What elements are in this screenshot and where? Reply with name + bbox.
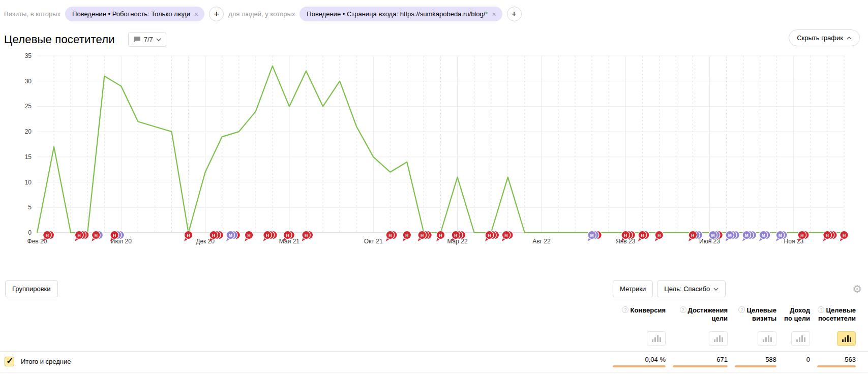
svg-text:М: М [728, 233, 732, 238]
bar-chart-icon[interactable] [791, 331, 810, 346]
filter-chip-entry-page[interactable]: Поведение • Страница входа: https://sumk… [300, 7, 502, 21]
comment-marker[interactable]: Н [263, 231, 277, 241]
svg-text:Н: Н [800, 233, 803, 238]
help-icon[interactable]: ? [680, 306, 686, 313]
value-bar [735, 365, 776, 367]
svg-text:М: М [711, 233, 715, 238]
svg-text:Н: Н [504, 233, 507, 238]
column-header[interactable]: ?Достижения цели [673, 301, 735, 323]
comment-marker[interactable]: Н [502, 231, 513, 241]
comment-marker[interactable]: Н [386, 231, 397, 241]
x-axis-label: Окт 21 [364, 238, 383, 245]
wildcard-highlight: * [485, 10, 488, 18]
comment-marker[interactable]: Н [209, 231, 224, 241]
page-title: Целевые посетители [4, 33, 115, 46]
metrics-button[interactable]: Метрики [613, 280, 653, 297]
comment-marker[interactable]: Н [436, 231, 445, 241]
totals-value: 0 [784, 352, 817, 372]
comment-marker[interactable]: М [742, 231, 757, 241]
goal-dropdown-label: Цель: Спасибо [664, 285, 710, 293]
add-filter-button[interactable]: + [209, 7, 224, 21]
svg-text:30: 30 [25, 78, 32, 85]
comment-marker[interactable]: Н [92, 231, 103, 241]
column-icon-cell [673, 323, 735, 351]
svg-text:М: М [590, 233, 594, 238]
column-header[interactable]: ?Целевые посетители [817, 301, 863, 323]
comment-marker[interactable]: Н [184, 231, 193, 241]
column-icon-cell [613, 323, 673, 351]
column-header[interactable]: ?Конверсия [613, 301, 673, 323]
svg-text:Н: Н [826, 233, 829, 238]
comments-dropdown[interactable]: 7/7 [128, 32, 166, 47]
chevron-down-icon [156, 38, 161, 41]
visitors-chart[interactable]: 05101520253035Фев 20Июл 20Дек 20Май 21Ок… [0, 51, 868, 252]
svg-text:Н: Н [439, 233, 442, 238]
svg-text:М: М [779, 233, 782, 238]
filter-chip-robots-label: Поведение • Роботность: Только люди [72, 10, 190, 18]
speech-bubble-icon [133, 36, 141, 43]
totals-checkbox[interactable]: ✓ [5, 357, 14, 366]
svg-text:15: 15 [25, 153, 32, 161]
column-header[interactable]: ?Целевые визиты [735, 301, 784, 323]
comment-marker[interactable]: Н [485, 231, 499, 241]
totals-row: ✓ Итого и средние 0,04 %6715880563 [0, 351, 868, 372]
chevron-down-icon [713, 288, 719, 291]
close-icon[interactable]: × [492, 11, 496, 18]
goal-dropdown[interactable]: Цель: Спасибо [657, 280, 726, 297]
section-header: Целевые посетители 7/7 Скрыть график [0, 21, 868, 47]
column-icon-cell [735, 323, 784, 351]
comment-marker[interactable]: М [759, 231, 770, 241]
svg-text:0: 0 [28, 229, 32, 236]
check-icon: ✓ [6, 355, 14, 366]
help-icon[interactable]: ? [818, 306, 824, 313]
totals-value: 588 [735, 352, 784, 372]
column-icon-cell [784, 323, 817, 351]
bar-chart-icon[interactable] [758, 331, 776, 346]
groupings-button[interactable]: Группировки [5, 280, 58, 297]
comment-marker[interactable]: Н [418, 231, 432, 241]
svg-text:Н: Н [286, 233, 289, 238]
filter-bar: Визиты, в которых Поведение • Роботность… [0, 0, 868, 21]
comment-marker[interactable]: Н [245, 231, 253, 241]
comment-marker[interactable]: Н [302, 231, 313, 241]
comment-marker[interactable]: Н [823, 231, 837, 241]
comment-marker[interactable]: Н [403, 231, 411, 241]
svg-text:Н: Н [305, 233, 308, 238]
column-header[interactable]: Доход по цели [784, 301, 817, 323]
svg-text:Н: Н [641, 233, 644, 238]
table-header-row: ?Конверсия?Достижения цели?Целевые визит… [0, 301, 868, 323]
help-icon[interactable]: ? [738, 306, 745, 313]
comment-marker[interactable]: М [588, 231, 602, 241]
svg-text:5: 5 [28, 204, 32, 211]
for-people-label: для людей, у которых [228, 10, 295, 18]
comment-marker[interactable]: Н [638, 231, 649, 241]
comment-marker[interactable]: М [726, 231, 740, 241]
comment-marker[interactable]: Н [75, 231, 89, 241]
totals-value: 671 [673, 352, 735, 372]
comment-marker[interactable]: Н [655, 231, 664, 241]
bar-chart-icon[interactable] [647, 331, 666, 346]
svg-text:20: 20 [25, 128, 32, 135]
svg-text:М: М [745, 233, 749, 238]
totals-value: 563 [817, 352, 863, 372]
bar-chart-icon[interactable] [709, 331, 728, 346]
value-bar-empty [784, 365, 810, 367]
comment-marker[interactable]: Н [840, 231, 849, 241]
svg-text:25: 25 [25, 103, 32, 110]
svg-text:Н: Н [421, 233, 424, 238]
bar-chart-icon[interactable] [837, 331, 856, 346]
filter-chip-robots[interactable]: Поведение • Роботность: Только люди × [65, 7, 204, 21]
svg-text:Н: Н [657, 233, 661, 238]
chevron-up-icon [847, 37, 852, 40]
svg-text:Н: Н [46, 233, 49, 238]
close-icon[interactable]: × [194, 11, 198, 18]
hide-chart-button[interactable]: Скрыть график [789, 29, 860, 46]
comment-marker[interactable]: М [226, 231, 241, 241]
svg-text:Н: Н [187, 233, 190, 238]
comment-marker[interactable]: Н [43, 231, 54, 241]
help-icon[interactable]: ? [622, 306, 628, 313]
gear-icon[interactable]: ⚙ [852, 284, 862, 294]
svg-text:Н: Н [454, 233, 457, 238]
add-people-filter-button[interactable]: + [507, 7, 522, 21]
hide-chart-label: Скрыть график [797, 34, 843, 42]
